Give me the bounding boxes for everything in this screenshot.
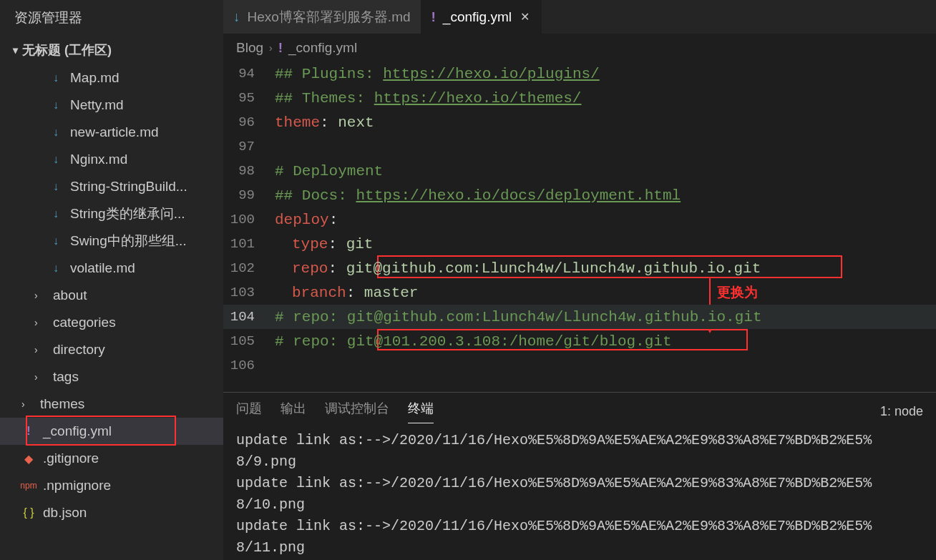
json-file-icon: { } bbox=[21, 506, 36, 519]
terminal-selector[interactable]: 1: node bbox=[880, 404, 923, 419]
folder-item[interactable]: ›themes bbox=[0, 390, 223, 418]
code-line[interactable]: 102repo: git@github.com:Llunch4w/Llunch4… bbox=[223, 256, 936, 280]
chevron-right-icon: › bbox=[269, 42, 273, 54]
code-content: # Deployment bbox=[275, 163, 383, 180]
markdown-file-icon: ↓ bbox=[49, 153, 63, 166]
code-line[interactable]: 100deploy: bbox=[223, 207, 936, 232]
markdown-file-icon: ↓ bbox=[49, 262, 63, 275]
file-name: Nginx.md bbox=[70, 152, 127, 167]
code-line[interactable]: 98# Deployment bbox=[223, 159, 936, 183]
yaml-file-icon: ! bbox=[432, 9, 436, 25]
markdown-file-icon: ↓ bbox=[233, 9, 240, 25]
line-number: 94 bbox=[223, 66, 275, 82]
explorer-title: 资源管理器 bbox=[0, 0, 223, 37]
yaml-file-icon: ! bbox=[21, 425, 36, 438]
file-name: String类的继承问... bbox=[70, 205, 185, 223]
file-name: new-article.md bbox=[70, 124, 159, 140]
terminal-tab[interactable]: 调试控制台 bbox=[325, 400, 389, 423]
code-line[interactable]: 106 bbox=[223, 353, 936, 378]
editor-tab[interactable]: ↓Hexo博客部署到服务器.md bbox=[223, 0, 421, 34]
folder-name: tags bbox=[53, 369, 79, 385]
folder-name: about bbox=[53, 288, 87, 303]
terminal-line: update link as:-->/2020/11/16/Hexo%E5%8D… bbox=[236, 516, 923, 537]
folder-item[interactable]: ›tags bbox=[0, 363, 223, 390]
terminal-output[interactable]: update link as:-->/2020/11/16/Hexo%E5%8D… bbox=[223, 424, 936, 560]
chevron-down-icon: ▾ bbox=[13, 44, 18, 56]
code-content: repo: git@github.com:Llunch4w/Llunch4w.g… bbox=[275, 260, 761, 277]
terminal-tab[interactable]: 输出 bbox=[281, 400, 306, 423]
close-icon[interactable]: ✕ bbox=[519, 10, 531, 24]
file-name: _config.yml bbox=[43, 423, 112, 439]
code-line[interactable]: 95## Themes: https://hexo.io/themes/ bbox=[223, 86, 936, 110]
line-number: 104 bbox=[223, 309, 275, 325]
code-line[interactable]: 101type: git bbox=[223, 232, 936, 256]
code-line[interactable]: 104# repo: git@github.com:Llunch4w/Llunc… bbox=[223, 305, 936, 329]
file-name: Swing中的那些组... bbox=[70, 232, 187, 250]
file-name: db.json bbox=[43, 505, 87, 521]
folder-name: directory bbox=[53, 342, 105, 358]
npm-file-icon: npm bbox=[21, 481, 36, 491]
code-line[interactable]: 103branch: master bbox=[223, 280, 936, 305]
terminal-tab[interactable]: 终端 bbox=[408, 400, 434, 423]
terminal-line: 8/10.png bbox=[236, 494, 923, 516]
chevron-right-icon: › bbox=[34, 317, 46, 328]
code-line[interactable]: 94## Plugins: https://hexo.io/plugins/ bbox=[223, 62, 936, 86]
line-number: 103 bbox=[223, 285, 275, 300]
code-content: branch: master bbox=[275, 285, 418, 301]
file-item[interactable]: ↓Swing中的那些组... bbox=[0, 227, 223, 255]
code-line[interactable]: 99## Docs: https://hexo.io/docs/deployme… bbox=[223, 183, 936, 207]
breadcrumb-item[interactable]: _config.yml bbox=[288, 40, 357, 56]
editor-tab[interactable]: !_config.yml✕ bbox=[421, 0, 542, 34]
line-number: 101 bbox=[223, 236, 275, 252]
file-item[interactable]: ↓Nginx.md bbox=[0, 146, 223, 173]
code-content: ## Themes: https://hexo.io/themes/ bbox=[275, 90, 581, 107]
file-item[interactable]: npm.npmignore bbox=[0, 472, 223, 499]
workspace-name: 无标题 (工作区) bbox=[22, 41, 112, 59]
code-content: # repo: git@101.200.3.108:/home/git/blog… bbox=[275, 333, 672, 350]
file-item[interactable]: ↓String类的继承问... bbox=[0, 200, 223, 227]
folder-item[interactable]: ›directory bbox=[0, 336, 223, 363]
terminal-tabs: 问题输出调试控制台终端1: node bbox=[223, 393, 936, 424]
line-number: 105 bbox=[223, 333, 275, 349]
code-content: # repo: git@github.com:Llunch4w/Llunch4w… bbox=[275, 309, 762, 325]
chevron-right-icon: › bbox=[21, 398, 33, 410]
file-tree[interactable]: ↓Map.md↓Netty.md↓new-article.md↓Nginx.md… bbox=[0, 64, 223, 560]
markdown-file-icon: ↓ bbox=[49, 235, 63, 247]
code-line[interactable]: 105# repo: git@101.200.3.108:/home/git/b… bbox=[223, 329, 936, 353]
file-item[interactable]: ↓new-article.md bbox=[0, 119, 223, 146]
file-item[interactable]: ↓volatile.md bbox=[0, 255, 223, 282]
file-item[interactable]: !_config.yml bbox=[0, 418, 223, 445]
line-number: 100 bbox=[223, 212, 275, 227]
file-item[interactable]: ↓Netty.md bbox=[0, 92, 223, 119]
file-name: volatile.md bbox=[70, 260, 135, 276]
line-number: 96 bbox=[223, 114, 275, 130]
code-line[interactable]: 96theme: next bbox=[223, 110, 936, 134]
breadcrumb-item[interactable]: Blog bbox=[236, 40, 263, 56]
file-name: .npmignore bbox=[43, 478, 111, 493]
file-name: String-StringBuild... bbox=[70, 179, 187, 195]
file-item[interactable]: { }db.json bbox=[0, 499, 223, 526]
markdown-file-icon: ↓ bbox=[49, 126, 63, 139]
file-item[interactable]: ↓String-StringBuild... bbox=[0, 173, 223, 200]
file-item[interactable]: ◆.gitignore bbox=[0, 445, 223, 472]
breadcrumb[interactable]: Blog › ! _config.yml bbox=[223, 34, 936, 62]
folder-item[interactable]: ›about bbox=[0, 282, 223, 309]
sidebar: 资源管理器 ▾ 无标题 (工作区) ↓Map.md↓Netty.md↓new-a… bbox=[0, 0, 223, 560]
terminal-panel: 问题输出调试控制台终端1: node update link as:-->/20… bbox=[223, 392, 936, 560]
markdown-file-icon: ↓ bbox=[49, 207, 63, 220]
folder-name: themes bbox=[40, 396, 84, 412]
terminal-line: 8/11.png bbox=[236, 537, 923, 559]
chevron-right-icon: › bbox=[34, 290, 46, 301]
code-editor[interactable]: 更换为 94## Plugins: https://hexo.io/plugin… bbox=[223, 62, 936, 392]
line-number: 106 bbox=[223, 358, 275, 373]
yaml-file-icon: ! bbox=[278, 40, 283, 56]
code-line[interactable]: 97 bbox=[223, 134, 936, 159]
workspace-header[interactable]: ▾ 无标题 (工作区) bbox=[0, 37, 223, 64]
folder-item[interactable]: ›categories bbox=[0, 309, 223, 336]
terminal-tab[interactable]: 问题 bbox=[236, 400, 262, 423]
file-name: Netty.md bbox=[70, 97, 124, 113]
chevron-right-icon: › bbox=[34, 344, 46, 355]
line-number: 98 bbox=[223, 163, 275, 179]
file-item[interactable]: ↓Map.md bbox=[0, 64, 223, 92]
tabs-bar: ↓Hexo博客部署到服务器.md!_config.yml✕ bbox=[223, 0, 936, 34]
